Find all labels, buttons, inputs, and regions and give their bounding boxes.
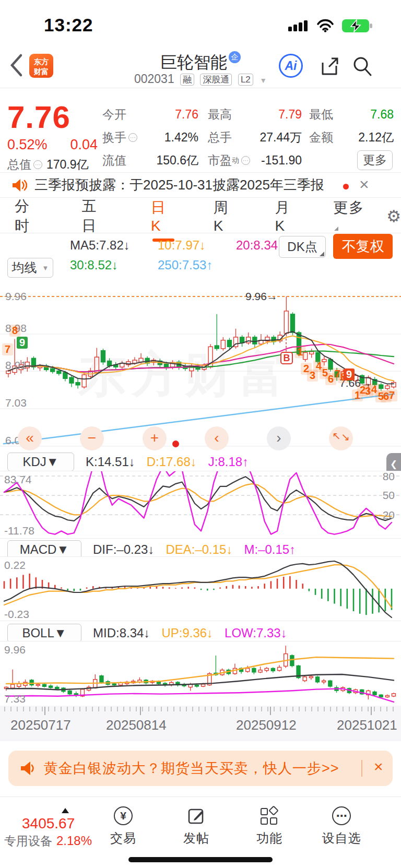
dk-point-badge[interactable]: 9 bbox=[17, 337, 28, 349]
kdj-chart-canvas[interactable] bbox=[0, 471, 401, 539]
wifi-icon bbox=[316, 19, 334, 32]
boll-axis-max: 9.96 bbox=[4, 644, 26, 656]
gear-icon[interactable]: ⚙ bbox=[386, 207, 401, 226]
close-icon[interactable]: × bbox=[374, 758, 383, 776]
nav-add-watchlist[interactable]: ⋯ 设自选 bbox=[310, 805, 373, 847]
fullscreen-button[interactable]: ↖ ↘ bbox=[329, 426, 353, 450]
ma5-value: MA5:7.82↓ bbox=[70, 238, 130, 253]
dk-point-badge[interactable]: 9 bbox=[344, 368, 355, 381]
tab-5day[interactable]: 五日 bbox=[82, 196, 112, 236]
boll-dropdown[interactable]: BOLL▼ bbox=[7, 624, 81, 643]
kdj-k-value: K:14.51↓ bbox=[86, 455, 135, 469]
index-up-triangle-icon bbox=[62, 808, 69, 813]
buy-marker[interactable]: B bbox=[280, 352, 293, 364]
macd-chart[interactable]: 0.22 -0.23 bbox=[0, 556, 401, 621]
watermark: 东方财富 bbox=[78, 342, 291, 407]
boll-chart-canvas[interactable] bbox=[0, 641, 401, 706]
kdj-axis-max: 83.74 bbox=[4, 473, 32, 486]
dk-point-badge[interactable]: 7 bbox=[386, 389, 397, 401]
status-time: 13:22 bbox=[44, 15, 93, 35]
kdj-dropdown[interactable]: KDJ▼ bbox=[7, 453, 74, 471]
tick-ruler bbox=[4, 707, 397, 711]
price-axis-label: 9.96 bbox=[5, 290, 27, 303]
major-tick bbox=[44, 707, 45, 715]
info-icon[interactable]: ⋯ bbox=[241, 156, 250, 165]
major-tick bbox=[140, 707, 141, 715]
info-icon[interactable]: ⋯ bbox=[128, 133, 137, 142]
tab-weekly-k[interactable]: 周K bbox=[214, 198, 239, 234]
stock-name: 巨轮智能 bbox=[160, 51, 227, 74]
date-label: 20250717 bbox=[10, 717, 71, 733]
macd-m-value: M:–0.15↑ bbox=[244, 542, 296, 557]
tag-l2: L2 bbox=[238, 74, 253, 86]
ai-assistant-button[interactable]: Ai bbox=[279, 54, 303, 78]
kdj-d-value: D:17.68↓ bbox=[147, 455, 197, 469]
quote-float-cap: 流值150.6亿 bbox=[102, 152, 198, 169]
price-axis-label: 8.01 bbox=[5, 359, 27, 372]
close-icon[interactable]: × bbox=[359, 175, 369, 194]
news-ticker[interactable]: 三季报预披露：于2025-10-31披露2025年三季报 × bbox=[0, 173, 401, 197]
macd-axis-max: 0.22 bbox=[4, 559, 26, 572]
ma30-value: 30:8.52↓ bbox=[70, 258, 118, 272]
chart-tabs: 分时 五日 日K 周K 月K 更多 ⚙ bbox=[0, 199, 401, 233]
tag-margin: 融 bbox=[180, 74, 194, 86]
fast-backward-button[interactable]: « bbox=[18, 426, 42, 450]
chevron-down-icon: ▼ bbox=[46, 455, 59, 469]
chevron-down-icon: ▼ bbox=[56, 542, 69, 557]
dk-point-button[interactable]: DK点 bbox=[279, 236, 326, 258]
quote-pe: 市盈动⋯-151.90 bbox=[208, 152, 302, 169]
tab-daily-k[interactable]: 日K bbox=[151, 198, 176, 234]
peak-price-annotation: 9.96→ bbox=[245, 290, 278, 303]
info-icon[interactable]: ⋯ bbox=[33, 160, 42, 169]
date-label: 20250814 bbox=[106, 717, 167, 733]
pan-right-button[interactable]: › bbox=[267, 426, 291, 450]
dk-point-badge[interactable]: 1 bbox=[294, 346, 305, 358]
chevron-down-icon: ▼ bbox=[54, 626, 67, 640]
enterprise-badge[interactable]: 企 bbox=[229, 51, 241, 63]
more-button[interactable]: 更多 bbox=[357, 150, 393, 170]
search-icon[interactable] bbox=[352, 55, 373, 77]
news-text: 三季报预披露：于2025-10-31披露2025年三季报 bbox=[34, 176, 324, 194]
date-label: 20251021 bbox=[337, 717, 397, 733]
tab-monthly-k[interactable]: 月K bbox=[275, 198, 300, 234]
nav-trade[interactable]: ¥ 交易 bbox=[92, 805, 155, 847]
divider bbox=[361, 760, 362, 777]
notification-dot bbox=[172, 441, 179, 447]
major-tick bbox=[270, 707, 271, 715]
yen-circle-icon: ¥ bbox=[114, 806, 133, 825]
dk-point-badge[interactable]: 7 bbox=[2, 343, 13, 355]
quote-high: 最高7.79 bbox=[208, 106, 302, 123]
nav-functions[interactable]: 功能 bbox=[238, 805, 301, 847]
quote-open: 今开7.76 bbox=[102, 106, 198, 123]
app-screen: 13:22 东方财富 巨轮智能企 002031 融 深股通 L2 ▼ Ai 7.… bbox=[0, 0, 401, 868]
chevron-down-icon[interactable]: ▼ bbox=[260, 76, 267, 85]
date-label: 20250912 bbox=[236, 717, 297, 733]
zoom-in-button[interactable]: + bbox=[143, 426, 167, 450]
nav-post[interactable]: 发帖 bbox=[165, 805, 228, 847]
stock-subtitle[interactable]: 002031 融 深股通 L2 ▼ bbox=[0, 72, 401, 86]
home-indicator[interactable] bbox=[128, 857, 273, 862]
major-tick bbox=[371, 707, 372, 715]
ma250-value: 250:7.53↑ bbox=[158, 258, 213, 272]
tab-minute[interactable]: 分时 bbox=[15, 196, 44, 236]
no-adjust-button[interactable]: 不复权 bbox=[333, 234, 393, 259]
macd-chart-canvas[interactable] bbox=[0, 557, 401, 622]
kdj-chart[interactable]: 83.74 -11.78 80 50 20 bbox=[0, 471, 401, 539]
share-icon[interactable] bbox=[319, 55, 340, 77]
ad-banner[interactable]: 黄金白银波动大？期货当天买卖，快人一步>> × bbox=[8, 751, 393, 786]
ad-text: 黄金白银波动大？期货当天买卖，快人一步>> bbox=[44, 759, 339, 778]
price-axis-label: 7.03 bbox=[5, 397, 27, 409]
stock-code: 002031 bbox=[134, 72, 174, 86]
cellular-signal-icon bbox=[288, 20, 308, 31]
market-cap: 总值⋯170.9亿 bbox=[7, 157, 89, 173]
zoom-out-button[interactable]: − bbox=[80, 426, 104, 450]
kdj-axis-50: 50 bbox=[383, 489, 395, 502]
pan-left-button[interactable]: ‹ bbox=[205, 426, 229, 450]
dk-point-badge[interactable]: 8 bbox=[9, 325, 20, 337]
quote-low: 最低7.68 bbox=[309, 106, 394, 123]
index-value[interactable]: 3405.67 bbox=[22, 815, 75, 832]
boll-mid-value: MID:8.34↓ bbox=[93, 626, 150, 640]
boll-chart[interactable]: 9.96 7.33 bbox=[0, 641, 401, 706]
tab-more[interactable]: 更多 bbox=[333, 198, 368, 234]
ma-dropdown[interactable]: 均线▼ bbox=[7, 258, 53, 278]
